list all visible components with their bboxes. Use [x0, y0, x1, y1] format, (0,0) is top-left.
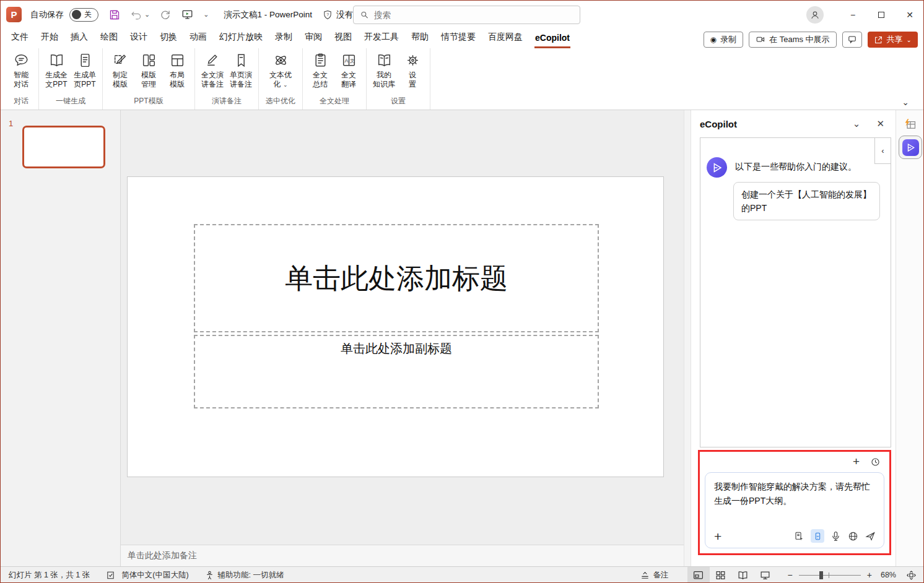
tab-home[interactable]: 开始	[35, 32, 64, 48]
button-label: 全文翻译	[341, 71, 356, 89]
zoom-percentage[interactable]: 68%	[881, 571, 896, 579]
fit-slide-button[interactable]	[906, 570, 917, 581]
person-icon	[809, 9, 821, 20]
pane-close-icon[interactable]: ✕	[876, 118, 884, 129]
pane-options-icon[interactable]: ⌄	[853, 118, 861, 129]
undo-button[interactable]: ⌄	[130, 9, 150, 21]
text-optimize-button[interactable]: 文本优化 ⌄	[266, 48, 295, 90]
share-button[interactable]: 共享 ⌄	[868, 32, 918, 48]
ribbon-tab-bar: 文件 开始 插入 绘图 设计 切换 动画 幻灯片放映 录制 审阅 视图 开发工具…	[0, 29, 924, 48]
maximize-button[interactable]	[867, 0, 896, 29]
globe-icon[interactable]	[847, 530, 859, 542]
generate-full-ppt-button[interactable]: 生成全文PPT	[42, 48, 71, 89]
addin-shortcut-button[interactable]	[903, 118, 917, 134]
new-chat-icon[interactable]: +	[853, 456, 860, 467]
start-slideshow-button[interactable]	[181, 8, 194, 21]
ribbon-group-templates: 制定模版 模版管理 布局模版 PPT模版	[103, 48, 195, 110]
zoom-slider[interactable]	[799, 575, 861, 576]
customize-toolbar-icon[interactable]: ⌄	[203, 11, 209, 19]
tab-help[interactable]: 帮助	[405, 32, 435, 48]
suggestion-card[interactable]: 创建一个关于【人工智能的发展】的PPT	[733, 182, 880, 220]
ecopilot-launcher-button[interactable]	[899, 136, 922, 159]
tab-record[interactable]: 录制	[269, 32, 299, 48]
button-label: 我的知识库	[373, 71, 395, 89]
title-placeholder[interactable]: 单击此处添加标题	[194, 224, 599, 332]
button-label: 设置	[409, 71, 416, 89]
reading-view-button[interactable]	[732, 567, 754, 583]
collapse-pane-handle[interactable]: ‹	[874, 138, 891, 164]
smart-chat-button[interactable]: 智能对话	[7, 48, 35, 89]
comments-button[interactable]	[842, 32, 862, 48]
outline-mode-badge[interactable]	[811, 529, 824, 543]
search-icon	[360, 10, 369, 20]
search-input[interactable]	[374, 11, 573, 20]
zoom-out-button[interactable]: −	[788, 570, 793, 580]
tab-file[interactable]: 文件	[5, 32, 35, 48]
prompt-text[interactable]: 我要制作智能穿戴的解决方案，请先帮忙生成一份PPT大纲。	[705, 473, 884, 508]
slide-canvas[interactable]: 单击此处添加标题 单击此处添加副标题	[127, 176, 664, 477]
notes-toggle-button[interactable]: 备注	[640, 570, 669, 581]
tab-slideshow[interactable]: 幻灯片放映	[213, 32, 269, 48]
minimize-button[interactable]: −	[839, 0, 867, 29]
account-avatar[interactable]	[806, 6, 824, 24]
generate-single-page-ppt-button[interactable]: 生成单页PPT	[71, 48, 99, 89]
tab-ecopilot[interactable]: eCopilot	[529, 33, 576, 48]
svg-text:?: ?	[326, 12, 329, 17]
create-template-button[interactable]: 制定模版	[106, 48, 134, 89]
save-button[interactable]	[108, 9, 121, 21]
teams-button-label: 在 Teams 中展示	[769, 34, 830, 45]
notes-pane[interactable]: 单击此处添加备注	[121, 545, 684, 566]
slide-counter[interactable]: 幻灯片 第 1 张，共 1 张	[9, 570, 90, 581]
zoom-in-button[interactable]: +	[867, 570, 872, 580]
single-page-notes-button[interactable]: 单页演讲备注	[227, 48, 255, 89]
settings-button[interactable]: 设置	[398, 48, 427, 89]
tab-developer[interactable]: 开发工具	[358, 32, 405, 48]
tab-animations[interactable]: 动画	[183, 32, 213, 48]
normal-view-button[interactable]	[687, 567, 710, 583]
ecopilot-logo-icon	[710, 161, 724, 175]
tab-baidu-netdisk[interactable]: 百度网盘	[482, 32, 529, 48]
group-label-chat: 对话	[10, 94, 32, 110]
layout-template-button[interactable]: 布局模版	[163, 48, 191, 89]
full-text-notes-button[interactable]: 全文演讲备注	[198, 48, 227, 89]
translate-button[interactable]: A文 全文翻译	[334, 48, 363, 89]
slide-thumbnail[interactable]	[22, 126, 105, 168]
powerpoint-app-icon[interactable]: P	[6, 7, 22, 22]
subtitle-placeholder[interactable]: 单击此处添加副标题	[194, 335, 599, 408]
summarize-button[interactable]: 全文总结	[306, 48, 334, 89]
editor-scrollbar[interactable]	[684, 110, 691, 566]
search-box[interactable]	[353, 6, 580, 24]
tab-draw[interactable]: 绘图	[94, 32, 124, 48]
accessibility-status[interactable]: 辅助功能: 一切就绪	[205, 570, 284, 581]
knowledge-base-button[interactable]: 我的知识库	[370, 48, 398, 89]
tab-transitions[interactable]: 切换	[154, 32, 183, 48]
ribbon-group-settings: 我的知识库 设置 设置	[367, 48, 430, 110]
tab-review[interactable]: 审阅	[299, 32, 328, 48]
redo-button[interactable]	[159, 9, 172, 21]
attach-icon[interactable]: +	[714, 530, 721, 543]
history-clock-icon[interactable]	[870, 457, 881, 467]
record-button[interactable]: ◉ 录制	[704, 32, 743, 48]
present-in-teams-button[interactable]: 在 Teams 中展示	[749, 32, 837, 48]
slide-sorter-view-button[interactable]	[710, 567, 732, 583]
quick-template-icon[interactable]	[793, 530, 805, 542]
language-button[interactable]: 简体中文(中国大陆)	[121, 570, 188, 581]
tab-view[interactable]: 视图	[328, 32, 358, 48]
send-icon[interactable]	[865, 530, 876, 542]
microphone-icon[interactable]	[830, 530, 842, 542]
template-manage-button[interactable]: 模版管理	[134, 48, 163, 89]
tab-insert[interactable]: 插入	[64, 32, 94, 48]
undo-dropdown-icon[interactable]: ⌄	[144, 11, 150, 19]
autosave-toggle[interactable]: 关	[69, 8, 98, 22]
zoom-slider-thumb[interactable]	[819, 571, 823, 579]
slideshow-view-button[interactable]	[754, 567, 777, 583]
close-button[interactable]: ✕	[896, 0, 924, 29]
spell-check-button[interactable]	[106, 571, 115, 580]
tab-design[interactable]: 设计	[124, 32, 154, 48]
autosave-control: 自动保存 关	[30, 8, 98, 22]
prompt-input-box[interactable]: 我要制作智能穿戴的解决方案，请先帮忙生成一份PPT大纲。 +	[705, 472, 884, 548]
tab-storyboard[interactable]: 情节提要	[435, 32, 482, 48]
clipboard-icon	[312, 52, 329, 69]
collapse-ribbon-icon[interactable]: ⌄	[902, 97, 909, 107]
status-bar: 幻灯片 第 1 张，共 1 张 简体中文(中国大陆) 辅助功能: 一切就绪 备注…	[0, 566, 924, 583]
